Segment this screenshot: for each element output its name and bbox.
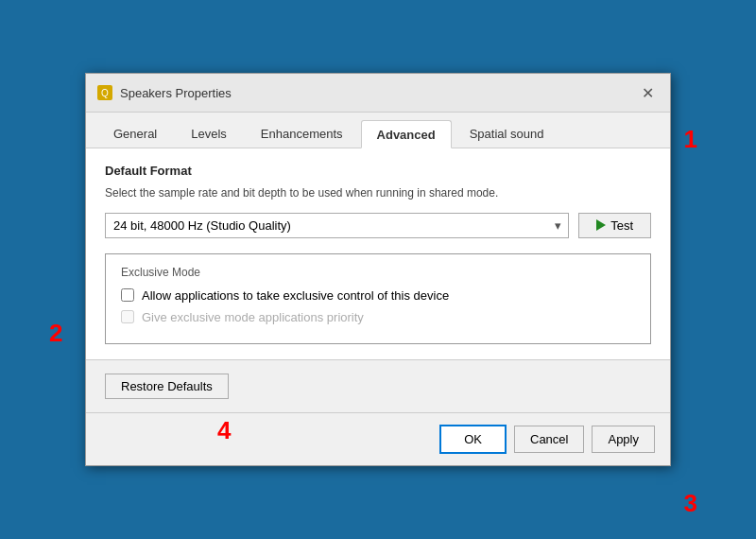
exclusive-checkbox2-label: Give exclusive mode applications priorit… [142,310,364,324]
format-row: 16 bit, 44100 Hz (CD Quality) 16 bit, 48… [105,213,651,238]
annotation-2: 2 [49,319,62,348]
dialog-title: Speakers Properties [120,86,232,100]
annotation-3: 3 [684,489,697,518]
test-button-label: Test [610,218,633,233]
title-bar-left: Q Speakers Properties [97,85,232,100]
tab-bar: General Levels Enhancements Advanced Spa… [86,113,670,148]
format-select-wrapper: 16 bit, 44100 Hz (CD Quality) 16 bit, 48… [105,213,569,238]
exclusive-mode-section: Exclusive Mode Allow applications to tak… [105,253,651,344]
button-bar: OK Cancel Apply [86,412,670,465]
default-format-section: Default Format Select the sample rate an… [105,164,651,238]
play-icon [596,219,606,231]
exclusive-checkbox1-label: Allow applications to take exclusive con… [142,288,449,303]
restore-section: Restore Defaults [86,360,670,412]
speaker-icon: Q [97,85,112,100]
main-content: Default Format Select the sample rate an… [86,148,670,360]
tab-spatial-sound[interactable]: Spatial sound [454,120,560,148]
format-select[interactable]: 16 bit, 44100 Hz (CD Quality) 16 bit, 48… [105,213,569,238]
default-format-desc: Select the sample rate and bit depth to … [105,185,651,201]
speakers-properties-dialog: Q Speakers Properties ✕ General Levels E… [85,73,671,466]
close-button[interactable]: ✕ [636,81,659,104]
test-button[interactable]: Test [578,213,651,238]
apply-button[interactable]: Apply [592,426,655,453]
exclusive-mode-title: Exclusive Mode [121,266,635,279]
tab-levels[interactable]: Levels [175,120,243,148]
exclusive-checkbox1-row: Allow applications to take exclusive con… [121,288,635,303]
tab-advanced[interactable]: Advanced [361,120,452,148]
cancel-button[interactable]: Cancel [514,426,584,453]
restore-defaults-button[interactable]: Restore Defaults [105,374,229,399]
tab-general[interactable]: General [97,120,173,148]
exclusive-checkbox1[interactable] [121,288,134,302]
exclusive-checkbox2 [121,310,134,323]
tab-enhancements[interactable]: Enhancements [245,120,359,148]
title-bar: Q Speakers Properties ✕ [86,74,670,113]
annotation-1: 1 [684,125,697,154]
default-format-title: Default Format [105,164,651,178]
exclusive-checkbox2-row: Give exclusive mode applications priorit… [121,310,635,324]
ok-button[interactable]: OK [439,425,507,454]
